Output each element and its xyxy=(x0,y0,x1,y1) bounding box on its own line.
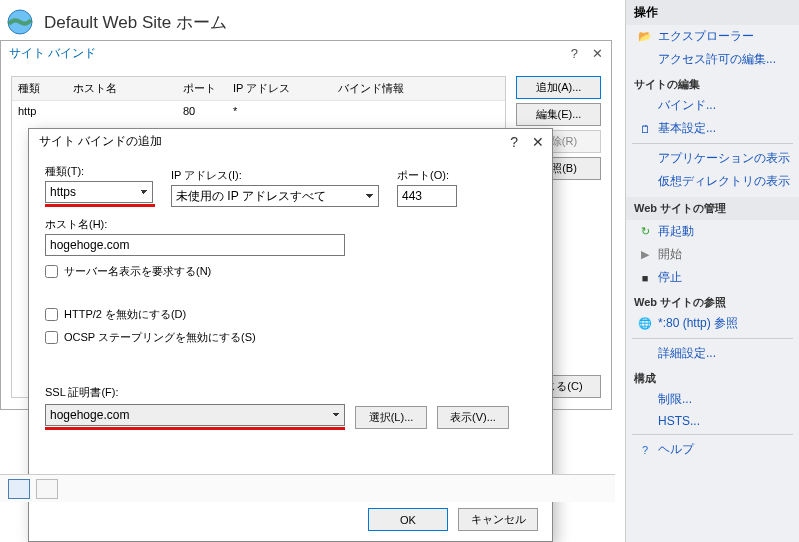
action-restart[interactable]: ↻ 再起動 xyxy=(626,220,799,243)
cell-info xyxy=(332,101,505,121)
play-icon: ▶ xyxy=(638,248,652,261)
sni-checkbox[interactable] xyxy=(45,265,58,278)
disable-ocsp-checkbox[interactable] xyxy=(45,331,58,344)
type-select[interactable]: https xyxy=(45,181,153,203)
action-help[interactable]: ? ヘルプ xyxy=(626,438,799,461)
group-edit-site: サイトの編集 xyxy=(626,71,799,94)
disable-http2-label: HTTP/2 を無効にする(D) xyxy=(64,307,186,322)
port-label: ポート(O): xyxy=(397,168,467,183)
sni-label: サーバー名表示を要求する(N) xyxy=(64,264,211,279)
action-advanced-settings[interactable]: 詳細設定... xyxy=(626,342,799,365)
host-label: ホスト名(H): xyxy=(45,217,355,232)
ip-select[interactable]: 未使用の IP アドレスすべて xyxy=(171,185,379,207)
group-browse: Web サイトの参照 xyxy=(626,289,799,312)
help-icon[interactable]: ? xyxy=(510,134,518,150)
add-button[interactable]: 追加(A)... xyxy=(516,76,601,99)
action-basic-settings[interactable]: 🗒 基本設定... xyxy=(626,117,799,140)
cell-ip: * xyxy=(227,101,332,121)
cell-type: http xyxy=(12,101,67,121)
action-limits[interactable]: 制限... xyxy=(626,388,799,411)
stop-icon: ■ xyxy=(638,272,652,284)
page-header: Default Web Site ホーム xyxy=(0,0,625,44)
action-edit-permissions[interactable]: アクセス許可の編集... xyxy=(626,48,799,71)
cell-port: 80 xyxy=(177,101,227,121)
action-start: ▶ 開始 xyxy=(626,243,799,266)
content-view-button[interactable] xyxy=(36,479,58,499)
type-label: 種類(T): xyxy=(45,164,155,179)
action-hsts[interactable]: HSTS... xyxy=(626,411,799,431)
group-manage-website: Web サイトの管理 xyxy=(626,197,799,220)
actions-pane-title: 操作 xyxy=(626,0,799,25)
browse-icon: 🌐 xyxy=(638,317,652,330)
ip-label: IP アドレス(I): xyxy=(171,168,381,183)
close-icon[interactable]: ✕ xyxy=(532,134,544,150)
cell-host xyxy=(67,101,177,121)
action-browse-80[interactable]: 🌐 *:80 (http) 参照 xyxy=(626,312,799,335)
ok-button[interactable]: OK xyxy=(368,508,448,531)
features-view-button[interactable] xyxy=(8,479,30,499)
site-bindings-title: サイト バインド xyxy=(9,45,96,62)
disable-ocsp-label: OCSP ステープリングを無効にする(S) xyxy=(64,330,256,345)
help-icon[interactable]: ? xyxy=(571,46,578,61)
port-input[interactable] xyxy=(397,185,457,207)
col-type[interactable]: 種類 xyxy=(12,77,67,100)
host-input[interactable] xyxy=(45,234,345,256)
table-row[interactable]: http 80 * xyxy=(12,101,505,121)
add-binding-title: サイト バインドの追加 xyxy=(39,133,162,150)
col-host[interactable]: ホスト名 xyxy=(67,77,177,100)
ssl-cert-select[interactable]: hogehoge.com xyxy=(45,404,345,426)
disable-http2-checkbox[interactable] xyxy=(45,308,58,321)
globe-icon xyxy=(6,8,34,36)
col-port[interactable]: ポート xyxy=(177,77,227,100)
col-ip[interactable]: IP アドレス xyxy=(227,77,332,100)
note-icon: 🗒 xyxy=(638,123,652,135)
action-bindings[interactable]: バインド... xyxy=(626,94,799,117)
restart-icon: ↻ xyxy=(638,225,652,238)
cancel-button[interactable]: キャンセル xyxy=(458,508,538,531)
ssl-select-button[interactable]: 選択(L)... xyxy=(355,406,427,429)
action-view-vdirs[interactable]: 仮想ディレクトリの表示 xyxy=(626,170,799,193)
col-info[interactable]: バインド情報 xyxy=(332,77,505,100)
group-config: 構成 xyxy=(626,365,799,388)
folder-icon: 📂 xyxy=(638,30,652,43)
ssl-view-button[interactable]: 表示(V)... xyxy=(437,406,509,429)
action-view-apps[interactable]: アプリケーションの表示 xyxy=(626,147,799,170)
view-switcher xyxy=(0,474,615,502)
action-explore[interactable]: 📂 エクスプローラー xyxy=(626,25,799,48)
help-icon: ? xyxy=(638,444,652,456)
actions-pane: 操作 📂 エクスプローラー アクセス許可の編集... サイトの編集 バインド..… xyxy=(625,0,799,542)
action-stop[interactable]: ■ 停止 xyxy=(626,266,799,289)
edit-button[interactable]: 編集(E)... xyxy=(516,103,601,126)
close-icon[interactable]: ✕ xyxy=(592,46,603,61)
ssl-label: SSL 証明書(F): xyxy=(45,385,536,400)
page-title: Default Web Site ホーム xyxy=(44,11,227,34)
